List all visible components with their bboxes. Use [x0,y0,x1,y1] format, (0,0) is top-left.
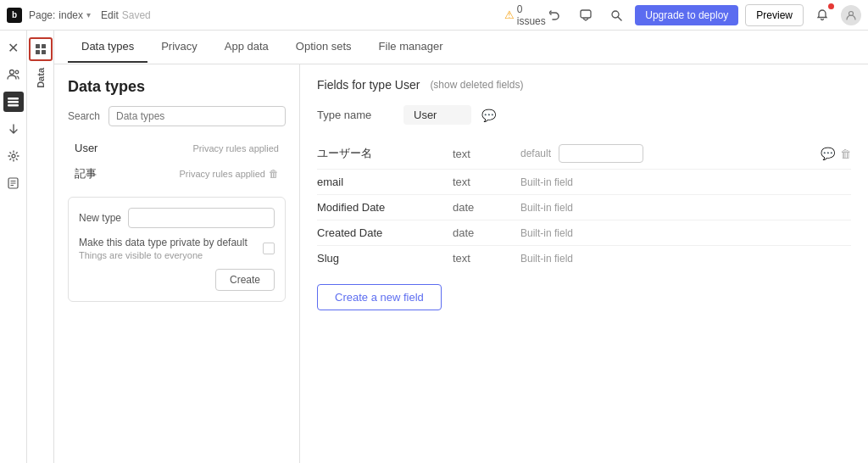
tab-option-sets[interactable]: Option sets [282,31,365,63]
private-checkbox[interactable] [263,243,275,254]
field-row-slug: Slug text Built-in field [317,246,851,271]
svg-rect-15 [42,44,46,48]
svg-point-4 [9,70,14,75]
arrow-down-icon[interactable] [3,119,24,139]
svg-point-5 [15,70,19,74]
type-name-user: User [75,142,97,154]
svg-rect-0 [581,10,591,18]
type-delete-icon[interactable]: 🗑 [269,168,279,180]
user-avatar[interactable] [841,5,861,25]
new-type-box: New type Make this data type private by … [68,197,286,302]
panel-title: Data types [68,78,286,96]
sidebar-icons: ✕ [0,31,27,463]
data-grid-icon[interactable] [32,41,49,58]
tab-data-types[interactable]: Data types [68,31,147,63]
edit-button[interactable]: Edit [101,9,119,21]
field-name-email: email [317,176,453,188]
type-meta-kiji-row: Privacy rules applied 🗑 [180,168,280,180]
data-icon-highlight [29,37,53,61]
svg-rect-8 [8,104,19,107]
fields-title: Fields for type User [317,78,420,92]
gear-icon[interactable] [3,146,24,166]
svg-rect-6 [8,98,19,100]
show-deleted-button[interactable]: (show deleted fields) [430,79,523,91]
private-text-col: Make this data type private by default T… [79,237,256,260]
svg-line-2 [618,17,621,20]
page-icon[interactable] [3,173,24,193]
svg-rect-7 [8,101,19,103]
top-bar-left: b Page: index ▾ Edit Saved [7,8,151,23]
type-name-label: Type name [317,109,393,121]
main-content: Data types Privacy App data Option sets … [54,31,868,463]
saved-label: Saved [122,9,151,21]
create-button[interactable]: Create [215,269,275,291]
field-meta-slug: Built-in field [520,253,851,265]
type-row-kiji[interactable]: 記事 Privacy rules applied 🗑 [68,161,286,187]
notifications-button[interactable] [810,3,834,27]
new-type-row: New type [79,208,275,228]
types-panel: Data types Search User Privacy rules app… [54,64,300,463]
main-layout: ✕ Data Data types Privacy App [0,31,868,463]
type-name-row: Type name User 💬 [317,105,851,125]
field-name-created-date: Created Date [317,226,453,239]
page-name: index [58,9,83,21]
field-name-username: ユーザー名 [317,146,453,161]
upgrade-button[interactable]: Upgrade to deploy [635,5,738,25]
field-row-username: ユーザー名 text default 💬 🗑 [317,138,851,170]
cursor-icon[interactable]: ✕ [3,37,24,58]
tab-file-manager[interactable]: File manager [365,31,457,63]
page-label: Page: [29,9,55,21]
type-name-kiji: 記事 [75,166,97,181]
page-dropdown-icon[interactable]: ▾ [86,10,91,20]
search-row: Search [68,106,286,126]
chat-button[interactable] [574,3,598,27]
private-sub: Things are visible to everyone [79,250,256,260]
svg-rect-16 [36,50,40,54]
field-meta-created-date: Built-in field [520,227,851,239]
field-meta-modified-date: Built-in field [520,202,851,214]
tab-bar: Data types Privacy App data Option sets … [54,31,868,64]
svg-rect-14 [36,44,40,48]
undo-button[interactable] [543,3,567,27]
preview-button[interactable]: Preview [745,4,804,26]
svg-point-9 [12,154,15,158]
logo: b [7,8,22,23]
data-icon[interactable] [3,92,24,112]
field-actions-username: 💬 🗑 [821,147,851,160]
field-type-username: text [453,148,520,160]
type-meta-user: Privacy rules applied [193,143,280,153]
search-button[interactable] [604,3,628,27]
warning-icon: ⚠ [504,8,515,21]
new-type-input[interactable] [128,208,275,228]
field-type-slug: text [453,252,520,265]
type-row-user[interactable]: User Privacy rules applied [68,137,286,159]
tab-privacy[interactable]: Privacy [147,31,211,63]
field-type-created-date: date [453,226,520,239]
search-input[interactable] [108,106,286,126]
field-type-modified-date: date [453,201,520,214]
warning-issues: ⚠ 0 issues [513,3,537,27]
users-icon[interactable] [3,64,24,85]
search-label: Search [68,110,102,122]
new-type-label: New type [79,212,121,224]
type-list: User Privacy rules applied 記事 Privacy ru… [68,137,286,187]
issues-count: 0 issues [517,3,546,27]
field-name-modified-date: Modified Date [317,201,453,214]
data-label[interactable]: Data [36,64,46,92]
data-side-panel: Data [27,31,54,463]
field-row-created-date: Created Date date Built-in field [317,220,851,246]
field-delete-icon[interactable]: 🗑 [840,148,851,160]
field-type-email: text [453,176,520,188]
create-field-button[interactable]: Create a new field [317,284,442,310]
type-name-comment-icon[interactable]: 💬 [481,109,496,122]
tab-app-data[interactable]: App data [211,31,282,63]
fields-panel: Fields for type User (show deleted field… [300,64,868,463]
field-row-modified-date: Modified Date date Built-in field [317,195,851,220]
notification-dot [828,3,834,9]
private-row: Make this data type private by default T… [79,237,275,260]
field-name-slug: Slug [317,252,453,265]
field-comment-icon[interactable]: 💬 [821,147,835,160]
fields-header: Fields for type User (show deleted field… [317,78,851,92]
field-default-input-username[interactable] [559,144,643,163]
type-name-value: User [403,105,471,125]
